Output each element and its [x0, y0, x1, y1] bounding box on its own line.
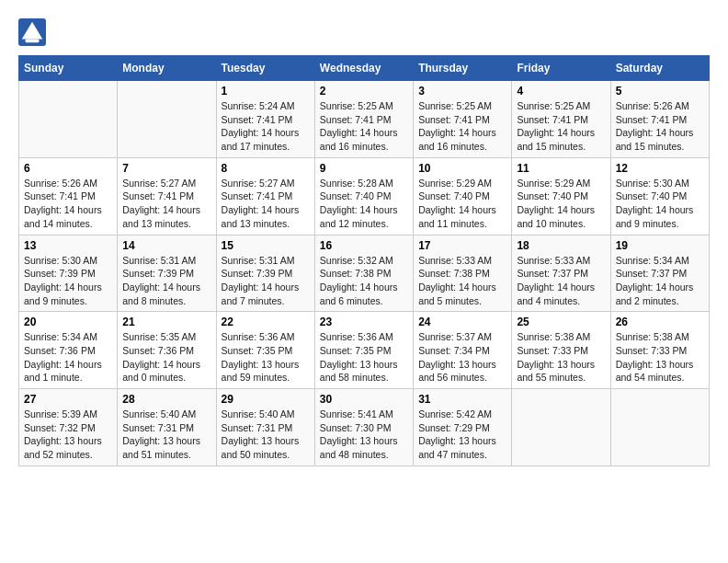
calendar-cell: 15Sunrise: 5:31 AM Sunset: 7:39 PM Dayli… — [216, 235, 314, 312]
calendar-cell: 10Sunrise: 5:29 AM Sunset: 7:40 PM Dayli… — [414, 157, 512, 235]
calendar-cell — [512, 389, 610, 466]
day-number: 8 — [222, 162, 310, 175]
week-row-5: 27Sunrise: 5:39 AM Sunset: 7:32 PM Dayli… — [19, 389, 710, 466]
day-number: 18 — [517, 239, 605, 252]
calendar-cell: 11Sunrise: 5:29 AM Sunset: 7:40 PM Dayli… — [512, 157, 610, 235]
calendar-cell: 20Sunrise: 5:34 AM Sunset: 7:36 PM Dayli… — [19, 312, 118, 389]
day-content: Sunrise: 5:25 AM Sunset: 7:41 PM Dayligh… — [320, 99, 408, 154]
day-content: Sunrise: 5:26 AM Sunset: 7:41 PM Dayligh… — [616, 99, 704, 154]
day-number: 4 — [517, 85, 605, 98]
calendar-cell: 30Sunrise: 5:41 AM Sunset: 7:30 PM Dayli… — [314, 389, 413, 466]
week-row-3: 13Sunrise: 5:30 AM Sunset: 7:39 PM Dayli… — [19, 235, 710, 312]
day-content: Sunrise: 5:27 AM Sunset: 7:41 PM Dayligh… — [222, 177, 310, 231]
logo-icon — [18, 18, 46, 46]
day-content: Sunrise: 5:25 AM Sunset: 7:41 PM Dayligh… — [517, 99, 605, 154]
day-number: 17 — [418, 239, 506, 252]
day-content: Sunrise: 5:32 AM Sunset: 7:38 PM Dayligh… — [320, 254, 408, 308]
day-content: Sunrise: 5:24 AM Sunset: 7:41 PM Dayligh… — [222, 99, 310, 154]
day-content: Sunrise: 5:34 AM Sunset: 7:37 PM Dayligh… — [616, 254, 704, 308]
day-content: Sunrise: 5:36 AM Sunset: 7:35 PM Dayligh… — [320, 330, 408, 385]
day-number: 15 — [222, 239, 310, 252]
day-content: Sunrise: 5:28 AM Sunset: 7:40 PM Dayligh… — [320, 177, 408, 231]
col-header-thursday: Thursday — [414, 56, 512, 81]
calendar-cell: 29Sunrise: 5:40 AM Sunset: 7:31 PM Dayli… — [216, 389, 314, 466]
day-number: 26 — [616, 316, 704, 328]
day-number: 7 — [122, 162, 210, 175]
day-number: 11 — [517, 162, 605, 175]
col-header-monday: Monday — [118, 56, 216, 81]
day-number: 1 — [222, 85, 310, 98]
day-number: 16 — [320, 239, 408, 252]
day-content: Sunrise: 5:35 AM Sunset: 7:36 PM Dayligh… — [122, 330, 210, 385]
calendar-cell: 6Sunrise: 5:26 AM Sunset: 7:41 PM Daylig… — [19, 157, 118, 235]
calendar-cell: 14Sunrise: 5:31 AM Sunset: 7:39 PM Dayli… — [118, 235, 216, 312]
col-header-saturday: Saturday — [610, 56, 709, 81]
calendar-cell: 18Sunrise: 5:33 AM Sunset: 7:37 PM Dayli… — [512, 235, 610, 312]
col-header-tuesday: Tuesday — [216, 56, 314, 81]
day-content: Sunrise: 5:39 AM Sunset: 7:32 PM Dayligh… — [24, 408, 112, 462]
page-header — [18, 18, 710, 46]
day-number: 29 — [222, 393, 310, 406]
day-number: 22 — [222, 316, 310, 328]
day-content: Sunrise: 5:29 AM Sunset: 7:40 PM Dayligh… — [517, 177, 605, 231]
day-number: 13 — [24, 239, 112, 252]
day-content: Sunrise: 5:36 AM Sunset: 7:35 PM Dayligh… — [222, 330, 310, 385]
calendar-body: 1Sunrise: 5:24 AM Sunset: 7:41 PM Daylig… — [19, 81, 710, 466]
calendar-cell: 25Sunrise: 5:38 AM Sunset: 7:33 PM Dayli… — [512, 312, 610, 389]
calendar-cell: 12Sunrise: 5:30 AM Sunset: 7:40 PM Dayli… — [610, 157, 709, 235]
day-content: Sunrise: 5:31 AM Sunset: 7:39 PM Dayligh… — [222, 254, 310, 308]
calendar-header: SundayMondayTuesdayWednesdayThursdayFrid… — [19, 56, 710, 81]
week-row-1: 1Sunrise: 5:24 AM Sunset: 7:41 PM Daylig… — [19, 81, 710, 158]
day-content: Sunrise: 5:29 AM Sunset: 7:40 PM Dayligh… — [418, 177, 506, 231]
col-header-wednesday: Wednesday — [314, 56, 413, 81]
day-number: 20 — [24, 316, 112, 328]
day-number: 2 — [320, 85, 408, 98]
day-number: 19 — [616, 239, 704, 252]
day-number: 27 — [24, 393, 112, 406]
calendar-cell: 27Sunrise: 5:39 AM Sunset: 7:32 PM Dayli… — [19, 389, 118, 466]
day-number: 24 — [418, 316, 506, 328]
week-row-2: 6Sunrise: 5:26 AM Sunset: 7:41 PM Daylig… — [19, 157, 710, 235]
day-content: Sunrise: 5:33 AM Sunset: 7:37 PM Dayligh… — [517, 254, 605, 308]
calendar-cell — [610, 389, 709, 466]
week-row-4: 20Sunrise: 5:34 AM Sunset: 7:36 PM Dayli… — [19, 312, 710, 389]
calendar-cell — [19, 81, 118, 158]
calendar-cell: 16Sunrise: 5:32 AM Sunset: 7:38 PM Dayli… — [314, 235, 413, 312]
day-number: 9 — [320, 162, 408, 175]
day-number: 14 — [122, 239, 210, 252]
calendar-cell: 22Sunrise: 5:36 AM Sunset: 7:35 PM Dayli… — [216, 312, 314, 389]
calendar-cell: 9Sunrise: 5:28 AM Sunset: 7:40 PM Daylig… — [314, 157, 413, 235]
calendar-cell: 1Sunrise: 5:24 AM Sunset: 7:41 PM Daylig… — [216, 81, 314, 158]
logo — [18, 18, 50, 46]
day-number: 5 — [616, 85, 704, 98]
day-content: Sunrise: 5:37 AM Sunset: 7:34 PM Dayligh… — [418, 330, 506, 385]
day-number: 23 — [320, 316, 408, 328]
day-content: Sunrise: 5:30 AM Sunset: 7:39 PM Dayligh… — [24, 254, 112, 308]
calendar-cell: 28Sunrise: 5:40 AM Sunset: 7:31 PM Dayli… — [118, 389, 216, 466]
day-number: 25 — [517, 316, 605, 328]
day-number: 28 — [122, 393, 210, 406]
calendar-cell: 8Sunrise: 5:27 AM Sunset: 7:41 PM Daylig… — [216, 157, 314, 235]
calendar-cell: 13Sunrise: 5:30 AM Sunset: 7:39 PM Dayli… — [19, 235, 118, 312]
day-content: Sunrise: 5:33 AM Sunset: 7:38 PM Dayligh… — [418, 254, 506, 308]
day-content: Sunrise: 5:38 AM Sunset: 7:33 PM Dayligh… — [616, 330, 704, 385]
col-header-sunday: Sunday — [19, 56, 118, 81]
calendar-cell: 5Sunrise: 5:26 AM Sunset: 7:41 PM Daylig… — [610, 81, 709, 158]
calendar-cell: 23Sunrise: 5:36 AM Sunset: 7:35 PM Dayli… — [314, 312, 413, 389]
calendar-cell: 21Sunrise: 5:35 AM Sunset: 7:36 PM Dayli… — [118, 312, 216, 389]
day-number: 6 — [24, 162, 112, 175]
day-number: 12 — [616, 162, 704, 175]
calendar-cell: 7Sunrise: 5:27 AM Sunset: 7:41 PM Daylig… — [118, 157, 216, 235]
calendar-cell: 24Sunrise: 5:37 AM Sunset: 7:34 PM Dayli… — [414, 312, 512, 389]
calendar-cell: 3Sunrise: 5:25 AM Sunset: 7:41 PM Daylig… — [414, 81, 512, 158]
calendar-cell: 31Sunrise: 5:42 AM Sunset: 7:29 PM Dayli… — [414, 389, 512, 466]
day-number: 30 — [320, 393, 408, 406]
col-header-friday: Friday — [512, 56, 610, 81]
day-content: Sunrise: 5:34 AM Sunset: 7:36 PM Dayligh… — [24, 330, 112, 385]
calendar-cell: 2Sunrise: 5:25 AM Sunset: 7:41 PM Daylig… — [314, 81, 413, 158]
day-number: 31 — [418, 393, 506, 406]
calendar-cell: 17Sunrise: 5:33 AM Sunset: 7:38 PM Dayli… — [414, 235, 512, 312]
day-content: Sunrise: 5:42 AM Sunset: 7:29 PM Dayligh… — [418, 408, 506, 462]
calendar-cell: 19Sunrise: 5:34 AM Sunset: 7:37 PM Dayli… — [610, 235, 709, 312]
day-content: Sunrise: 5:41 AM Sunset: 7:30 PM Dayligh… — [320, 408, 408, 462]
